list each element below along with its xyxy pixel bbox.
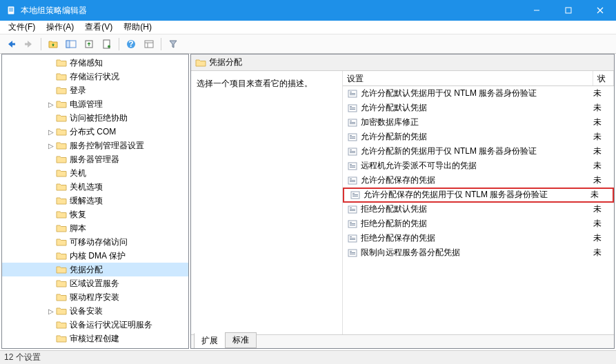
tree-item[interactable]: ▷分布式 COM	[2, 125, 188, 139]
tree-item[interactable]: 设备运行状况证明服务	[2, 318, 188, 332]
setting-name: 允许分配保存的凭据	[361, 174, 593, 186]
settings-list: 设置 状 允许分配默认凭据用于仅 NTLM 服务器身份验证未允许分配默认凭据未加…	[343, 71, 614, 334]
tree-item-label: 设备运行状况证明服务	[70, 319, 152, 331]
expand-icon[interactable]: ▷	[46, 101, 56, 108]
setting-state: 未	[593, 145, 614, 157]
tree-item[interactable]: 恢复	[2, 208, 188, 221]
svg-rect-18	[145, 41, 153, 48]
tree-item-label: 设备安装	[70, 305, 103, 317]
toolbar-separator	[41, 38, 41, 50]
menu-file[interactable]: 文件(F)	[3, 20, 41, 34]
tree-item-label: 缓解选项	[70, 195, 103, 207]
folder-icon	[56, 126, 67, 137]
folder-icon	[56, 305, 67, 316]
content-area: 存储感知存储运行状况登录▷电源管理访问被拒绝协助▷分布式 COM▷服务控制管理器…	[0, 54, 616, 350]
forward-button[interactable]	[21, 37, 37, 52]
app-icon	[6, 5, 17, 16]
titlebar: 本地组策略编辑器	[0, 0, 616, 21]
tree-item[interactable]: 审核过程创建	[2, 332, 188, 345]
tree-item-label: 可移动存储访问	[70, 236, 128, 248]
tree-item[interactable]: 服务器管理器	[2, 152, 188, 166]
properties-button[interactable]	[141, 37, 157, 52]
svg-text:?: ?	[128, 39, 133, 49]
expand-icon[interactable]: ▷	[46, 142, 56, 150]
close-button[interactable]	[584, 0, 616, 21]
list-row[interactable]: 拒绝分配默认凭据未	[343, 202, 614, 216]
details-body: 选择一个项目来查看它的描述。 设置 状 允许分配默认凭据用于仅 NTLM 服务器…	[191, 71, 614, 334]
folder-icon	[56, 333, 67, 344]
folder-icon	[56, 250, 67, 261]
filter-button[interactable]	[165, 37, 181, 52]
tree-item-label: 关机选项	[70, 181, 103, 193]
tree-item[interactable]: 区域设置服务	[2, 276, 188, 290]
svg-rect-12	[66, 41, 70, 48]
svg-rect-6	[566, 8, 571, 13]
list-row[interactable]: 允许分配默认凭据未	[343, 101, 614, 115]
list-row[interactable]: 允许分配默认凭据用于仅 NTLM 服务器身份验证未	[343, 86, 614, 101]
list-row[interactable]: 允许分配保存的凭据用于仅 NTLM 服务器身份验证未	[343, 188, 614, 202]
folder-icon	[56, 57, 67, 68]
folder-icon	[56, 209, 67, 220]
folder-icon	[56, 264, 67, 275]
window-controls	[521, 0, 616, 21]
folder-icon	[56, 278, 67, 289]
export-list-button[interactable]	[81, 37, 97, 52]
list-row[interactable]: 拒绝分配保存的凭据未	[343, 231, 614, 245]
setting-state: 未	[593, 131, 614, 143]
tab-standard[interactable]: 标准	[225, 332, 257, 348]
menu-action[interactable]: 操作(A)	[41, 20, 79, 34]
expand-icon[interactable]: ▷	[46, 128, 56, 136]
expand-icon[interactable]: ▷	[46, 307, 56, 315]
tree-item[interactable]: 脚本	[2, 221, 188, 235]
menubar: 文件(F) 操作(A) 查看(V) 帮助(H)	[0, 21, 616, 34]
toolbar-separator	[161, 38, 161, 50]
column-state[interactable]: 状	[593, 71, 614, 85]
tree-item[interactable]: 凭据分配	[2, 263, 188, 276]
column-setting[interactable]: 设置	[343, 71, 593, 85]
tree-item-label: 电源管理	[70, 99, 103, 110]
tree-item[interactable]: 登录	[2, 83, 188, 97]
setting-name: 允许分配新的凭据	[361, 131, 593, 143]
tree-item[interactable]: 存储运行状况	[2, 70, 188, 83]
tree-item[interactable]: 关机选项	[2, 180, 188, 194]
minimize-button[interactable]	[521, 0, 553, 21]
up-button[interactable]	[45, 37, 61, 52]
back-button[interactable]	[3, 37, 19, 52]
list-row[interactable]: 加密数据库修正未	[343, 115, 614, 130]
menu-help[interactable]: 帮助(H)	[118, 20, 157, 34]
setting-name: 允许分配保存的凭据用于仅 NTLM 服务器身份验证	[364, 189, 590, 201]
maximize-button[interactable]	[553, 0, 584, 21]
list-row[interactable]: 允许分配新的凭据未	[343, 130, 614, 144]
tree-item-label: 脚本	[70, 223, 86, 234]
menu-view[interactable]: 查看(V)	[79, 20, 118, 34]
refresh-button[interactable]	[99, 37, 115, 52]
list-row[interactable]: 拒绝分配新的凭据未	[343, 216, 614, 231]
setting-state: 未	[593, 160, 614, 172]
tree-item[interactable]: ▷电源管理	[2, 97, 188, 111]
tree-item[interactable]: 内核 DMA 保护	[2, 249, 188, 263]
tree-item[interactable]: 缓解选项	[2, 194, 188, 208]
tree-item[interactable]: 存储感知	[2, 56, 188, 70]
list-rows[interactable]: 允许分配默认凭据用于仅 NTLM 服务器身份验证未允许分配默认凭据未加密数据库修…	[343, 86, 614, 334]
policy-icon	[347, 219, 358, 229]
help-button[interactable]: ?	[123, 37, 139, 52]
tab-extended[interactable]: 扩展	[194, 333, 226, 349]
tree-item-label: 恢复	[70, 209, 86, 221]
setting-state: 未	[593, 88, 614, 99]
show-hide-tree-button[interactable]	[63, 37, 79, 52]
tree-item[interactable]: ▷服务控制管理器设置	[2, 139, 188, 152]
list-row[interactable]: 远程机允许委派不可导出的凭据未	[343, 159, 614, 173]
list-row[interactable]: 允许分配新的凭据用于仅 NTLM 服务器身份验证未	[343, 144, 614, 159]
list-row[interactable]: 限制向远程服务器分配凭据未	[343, 245, 614, 260]
tree-item[interactable]: 关机	[2, 166, 188, 180]
tree-item[interactable]: ▷设备安装	[2, 304, 188, 318]
tree-item-label: 服务器管理器	[70, 154, 119, 165]
tree-item[interactable]: 访问被拒绝协助	[2, 111, 188, 125]
navigation-tree[interactable]: 存储感知存储运行状况登录▷电源管理访问被拒绝协助▷分布式 COM▷服务控制管理器…	[1, 54, 189, 349]
list-row[interactable]: 允许分配保存的凭据未	[343, 173, 614, 188]
tree-item[interactable]: 可移动存储访问	[2, 235, 188, 249]
tree-item[interactable]: 驱动程序安装	[2, 290, 188, 304]
details-header-title: 凭据分配	[209, 57, 242, 68]
setting-state: 未	[593, 203, 614, 215]
details-header: 凭据分配	[191, 54, 614, 71]
